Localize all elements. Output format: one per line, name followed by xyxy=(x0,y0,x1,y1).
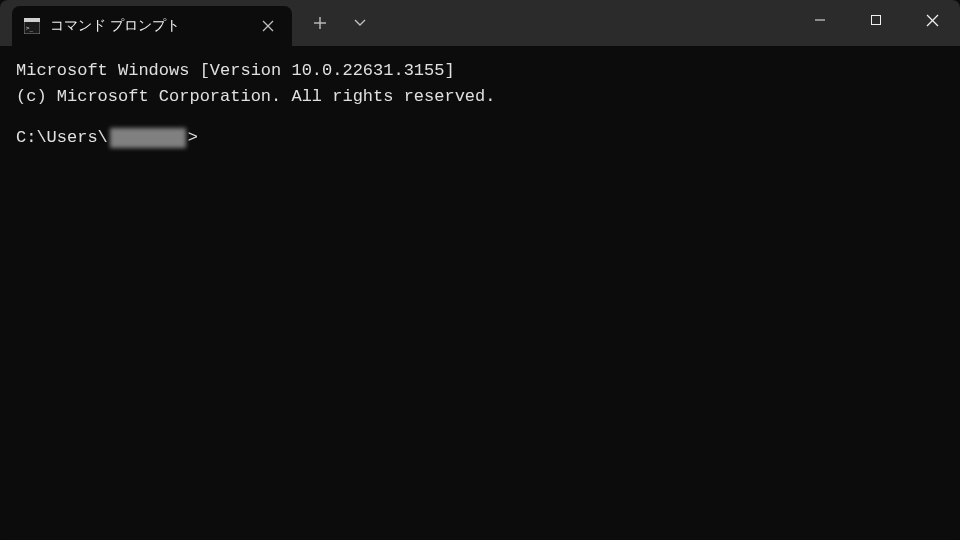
svg-rect-8 xyxy=(872,16,881,25)
tab-close-button[interactable] xyxy=(256,14,280,38)
maximize-button[interactable] xyxy=(848,0,904,40)
redacted-username xyxy=(110,128,186,148)
cmd-icon: >_ xyxy=(24,18,40,34)
tab-actions xyxy=(304,7,376,39)
tab-command-prompt[interactable]: >_ コマンド プロンプト xyxy=(12,6,292,46)
tab-title: コマンド プロンプト xyxy=(50,17,256,35)
svg-text:>_: >_ xyxy=(26,24,34,32)
prompt-line: C:\Users\> xyxy=(16,125,944,151)
copyright-line: (c) Microsoft Corporation. All rights re… xyxy=(16,84,944,110)
prompt-suffix: > xyxy=(188,125,198,151)
titlebar: >_ コマンド プロンプト xyxy=(0,0,960,46)
version-line: Microsoft Windows [Version 10.0.22631.31… xyxy=(16,58,944,84)
minimize-button[interactable] xyxy=(792,0,848,40)
terminal-output[interactable]: Microsoft Windows [Version 10.0.22631.31… xyxy=(0,46,960,540)
svg-rect-1 xyxy=(24,18,40,22)
window-controls xyxy=(792,0,960,40)
prompt-prefix: C:\Users\ xyxy=(16,125,108,151)
close-window-button[interactable] xyxy=(904,0,960,40)
new-tab-button[interactable] xyxy=(304,7,336,39)
tab-dropdown-button[interactable] xyxy=(344,7,376,39)
